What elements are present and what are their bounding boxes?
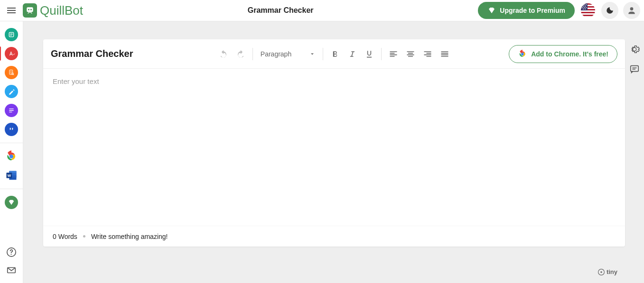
bold-button[interactable] [328, 47, 342, 61]
tiny-logo-icon [598, 269, 605, 275]
svg-rect-8 [581, 12, 595, 13]
hamburger-icon [6, 5, 17, 16]
brand-logo[interactable]: QuillBot [23, 3, 83, 18]
person-icon [627, 6, 636, 15]
align-right-button[interactable] [420, 47, 435, 61]
svg-point-15 [585, 6, 586, 7]
footer-message: Write something amazing! [91, 233, 168, 240]
svg-point-1 [28, 9, 29, 10]
add-to-chrome-label: Add to Chrome. It's free! [531, 50, 608, 58]
diamond-icon [487, 6, 496, 15]
editor-card: Grammar Checker Paragraph [43, 39, 625, 246]
redo-button[interactable] [233, 47, 248, 61]
citation-generator-icon [8, 126, 15, 133]
separator-dot [83, 235, 85, 237]
svg-point-37 [600, 271, 602, 273]
svg-rect-9 [581, 15, 595, 16]
app-body: W Grammar Checker [0, 21, 644, 283]
redo-icon [236, 49, 245, 59]
svg-point-33 [11, 254, 12, 255]
brand-mark-icon [23, 3, 37, 18]
undo-button[interactable] [216, 47, 231, 61]
ms-word-icon: W [5, 169, 18, 182]
chevron-down-icon [309, 51, 315, 57]
sidebar-item-plagiarism-checker[interactable] [5, 66, 18, 79]
bold-icon [330, 49, 340, 59]
page-title: Grammar Checker [83, 6, 478, 15]
svg-point-14 [583, 6, 584, 7]
svg-rect-0 [27, 7, 33, 12]
align-left-icon [389, 49, 398, 59]
svg-point-11 [582, 4, 583, 5]
sidebar-item-premium[interactable] [5, 196, 18, 209]
sidebar-item-citation-generator[interactable] [5, 123, 18, 136]
help-circle-icon [6, 247, 17, 257]
chrome-icon [5, 150, 18, 163]
italic-icon [347, 49, 357, 59]
right-sidebar [625, 21, 644, 283]
text-editor[interactable]: Enter your text [43, 69, 625, 226]
undo-icon [219, 49, 228, 59]
header-actions: Upgrade to Premium [478, 2, 640, 19]
theme-toggle-button[interactable] [601, 2, 618, 19]
main-area: Grammar Checker Paragraph [23, 21, 625, 283]
diamond-icon [8, 199, 15, 206]
svg-point-13 [586, 4, 587, 5]
feedback-button[interactable] [6, 265, 17, 277]
account-button[interactable] [623, 2, 640, 19]
underline-icon [364, 49, 374, 59]
svg-point-19 [583, 9, 584, 9]
svg-rect-10 [581, 3, 588, 10]
align-right-icon [423, 49, 432, 59]
comments-button[interactable] [627, 62, 642, 76]
left-sidebar: W [0, 21, 23, 283]
chrome-icon [518, 49, 527, 59]
italic-button[interactable] [345, 47, 359, 61]
svg-rect-38 [631, 66, 639, 72]
tiny-label: tiny [607, 268, 617, 275]
sidebar-item-grammar-checker[interactable] [5, 47, 18, 60]
grammar-checker-icon [8, 50, 15, 57]
editor-placeholder: Enter your text [53, 77, 99, 85]
align-justify-icon [440, 49, 449, 59]
align-justify-button[interactable] [438, 47, 452, 61]
sidebar-item-summarizer[interactable] [5, 104, 18, 117]
brand-name: QuillBot [40, 3, 83, 18]
editor-footer: 0 Words Write something amazing! [43, 226, 625, 246]
settings-button[interactable] [627, 42, 642, 56]
svg-point-12 [584, 4, 585, 5]
add-to-chrome-button[interactable]: Add to Chrome. It's free! [509, 45, 617, 63]
svg-text:W: W [8, 173, 11, 178]
underline-button[interactable] [362, 47, 376, 61]
us-flag-icon [581, 3, 595, 18]
word-count: 0 Words [53, 233, 77, 240]
tiny-attribution[interactable]: tiny [598, 268, 617, 275]
menu-button[interactable] [2, 1, 21, 20]
svg-point-16 [582, 7, 583, 8]
align-left-button[interactable] [386, 47, 401, 61]
app-header: QuillBot Grammar Checker Upgrade to Prem… [0, 0, 644, 21]
align-center-button[interactable] [403, 47, 418, 61]
sidebar-item-word-addin[interactable]: W [5, 169, 18, 182]
help-button[interactable] [6, 247, 17, 259]
summarizer-icon [8, 107, 15, 114]
svg-rect-5 [581, 3, 595, 5]
comment-icon [629, 64, 640, 74]
upgrade-premium-button[interactable]: Upgrade to Premium [478, 2, 575, 19]
language-flag-button[interactable] [579, 2, 597, 19]
moon-icon [606, 6, 614, 15]
editor-title: Grammar Checker [51, 48, 133, 59]
sidebar-item-chrome-extension[interactable] [5, 150, 18, 163]
paragraph-style-select[interactable]: Paragraph [258, 50, 318, 58]
align-center-icon [406, 49, 415, 59]
sidebar-item-co-writer[interactable] [5, 85, 18, 98]
plagiarism-checker-icon [8, 69, 15, 76]
sidebar-item-paraphraser[interactable] [5, 28, 18, 41]
editor-toolbar: Grammar Checker Paragraph [43, 39, 625, 69]
upgrade-premium-label: Upgrade to Premium [500, 7, 565, 14]
svg-point-20 [585, 9, 586, 9]
paragraph-style-label: Paragraph [261, 50, 291, 58]
mail-icon [6, 265, 17, 275]
paraphraser-icon [8, 31, 15, 38]
svg-point-17 [584, 7, 585, 8]
